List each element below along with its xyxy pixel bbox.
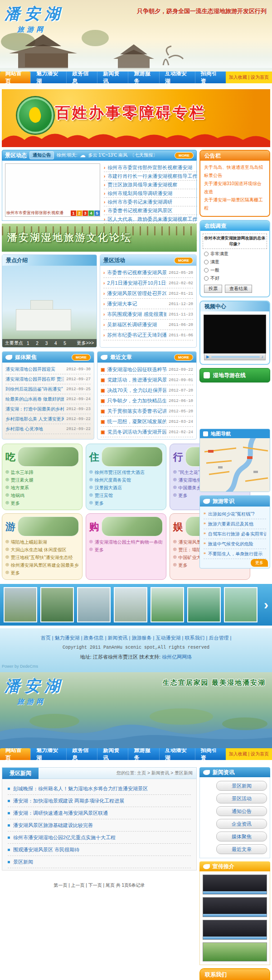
- promo-video-thumbnail[interactable]: [203, 920, 267, 940]
- radio-button[interactable]: [204, 252, 209, 256]
- article-link[interactable]: ▣潘安湖湿地公园征联选粹节选2012-09-22: [101, 364, 193, 375]
- card-link[interactable]: ◎大洞山水生态城 休闲度假区: [5, 546, 79, 554]
- media-link[interactable]: 绘最美的山水画卷 做最好的旅游2012-09-24: [5, 394, 91, 404]
- slider-page-button[interactable]: 1: [71, 210, 76, 216]
- nav-item[interactable]: 新闻资讯: [97, 748, 128, 760]
- media-link[interactable]: 潘安湖：打造中国最美的乡村湿地2012-09-23: [5, 404, 91, 414]
- promo-photo[interactable]: [203, 942, 267, 961]
- media-link[interactable]: 乡村湿地 心灵净地2012-09-22: [5, 424, 91, 434]
- play-icon[interactable]: ▶: [206, 354, 209, 359]
- activity-link[interactable]: ›2月1日潘安湖召开10月1日开园活2012-02-02: [103, 278, 193, 288]
- notice-link[interactable]: 关于鸟岛、快速通道至鸟岛招标景公告: [204, 163, 266, 180]
- scenic-intro-photo[interactable]: 主要景点 1 2 3 4 5 更多>>>: [2, 266, 97, 347]
- view-results-button[interactable]: 查看结果: [225, 285, 252, 293]
- card-link[interactable]: ◎贾汪宾馆: [89, 492, 163, 499]
- card-link[interactable]: ◎更多: [5, 499, 79, 507]
- card-link[interactable]: ◎汉景园大酒店: [89, 484, 163, 492]
- activity-link[interactable]: ›潘安湖大事记2011-12-20: [103, 299, 193, 309]
- map-image[interactable]: [200, 438, 270, 492]
- tip-link[interactable]: »旅途中气候变化的危险: [204, 539, 266, 549]
- photo-slider[interactable]: 徐州市市委宣传部张部长视察潘 12345: [5, 163, 100, 217]
- volume-icon[interactable]: ♪: [262, 354, 264, 359]
- media-link[interactable]: 潘安湖湿地公园开园迎宾2012-09-30: [5, 364, 91, 374]
- pagination[interactable]: 第一页 | 上一页 | 下一页 | 尾页 共 1页6条记录: [2, 882, 197, 889]
- card-link[interactable]: ◎徐州尺度商务宾馆: [89, 476, 163, 484]
- activity-link[interactable]: ›市民围观潘安湖 感觉很震撼2011-11-23: [103, 309, 193, 320]
- sidebar-menu-item[interactable]: 最近文章: [216, 844, 267, 854]
- nav-item[interactable]: 网站首页: [0, 748, 30, 760]
- activity-link[interactable]: ›苏州市纪委书记王天琦到潘安湖视2011-01-06: [103, 330, 193, 340]
- strip-next-arrow[interactable]: ›: [264, 598, 268, 612]
- radio-button[interactable]: [204, 276, 209, 281]
- favorite-sethome-links[interactable]: 加入收藏 | 设为首页: [226, 72, 272, 83]
- activity-link[interactable]: ›市委曹书记视察潘安湖风景区2012-05-20: [103, 268, 193, 278]
- strip-photo[interactable]: [77, 587, 111, 622]
- survey-option[interactable]: 不好: [200, 274, 269, 282]
- nav-item[interactable]: 互动潘安湖: [159, 748, 195, 760]
- strip-photo[interactable]: [187, 587, 221, 622]
- weather-forecast-link[interactable]: 〔七天预报〕: [130, 152, 157, 158]
- forum-banner[interactable]: 潘安湖湿地旅游文化论坛: [2, 224, 197, 252]
- sidebar-menu-item[interactable]: 媒体聚焦: [216, 832, 267, 841]
- survey-option[interactable]: 一般: [200, 266, 269, 274]
- card-link[interactable]: ◎地方菜系: [5, 484, 79, 492]
- news-link[interactable]: ›市建行肖行长一行来潘安湖视察指导工作: [104, 172, 197, 181]
- promo-video-thumbnail[interactable]: [203, 897, 267, 917]
- card-link[interactable]: ◎盐水三羊蹄: [5, 468, 79, 476]
- recent-more-button[interactable]: MORE: [174, 354, 193, 361]
- sidebar-menu-item[interactable]: 景区新闻: [216, 781, 267, 791]
- footer-support-link[interactable]: 徐州亿网网络: [162, 654, 192, 660]
- strip-photo[interactable]: [114, 587, 147, 622]
- tip-link[interactable]: »出游如何少花“冤枉钱”?: [204, 509, 266, 519]
- media-link[interactable]: 潘安湖湿地公园开园在即 贾汪2012-09-27: [5, 374, 91, 384]
- slider-page-button[interactable]: 4: [88, 210, 94, 216]
- notice-link[interactable]: 关于潘安湖310国道环境综合改造: [204, 180, 266, 196]
- activities-more-button[interactable]: MORE: [174, 257, 193, 264]
- nav-item[interactable]: 互动潘安湖: [159, 72, 195, 83]
- news-article-link[interactable]: 景区新闻: [8, 856, 191, 868]
- survey-option[interactable]: 非常满意: [200, 250, 269, 258]
- video-player[interactable]: [204, 315, 266, 354]
- card-link[interactable]: ◎更多: [89, 499, 163, 507]
- nav-item[interactable]: 网站首页: [0, 72, 30, 83]
- card-link[interactable]: ◎潘安湖湿地公园土特产购物一条街: [89, 538, 163, 546]
- dynamics-tab[interactable]: 通知公告: [29, 151, 54, 159]
- media-link[interactable]: 到徐州后花园品鉴“诗画潘安”2012-09-25: [5, 384, 91, 394]
- news-article-link[interactable]: 潘安湖：调研快速通道与潘安湖风景区联通: [8, 807, 191, 819]
- nav-item[interactable]: 旅游服务: [128, 72, 159, 83]
- news-article-link[interactable]: 潘安湖：加快湿地景观建设 两期多项绿化工程进展: [8, 795, 191, 807]
- sidebar-menu-item[interactable]: 景区活动: [216, 794, 267, 803]
- article-link[interactable]: ▣党员冬训活动为潘安湖开园运营再2012-02-24: [101, 427, 193, 437]
- strip-photo[interactable]: [151, 587, 184, 622]
- nav-item[interactable]: 新闻资讯: [97, 72, 128, 83]
- card-link[interactable]: ◎塌陷地上崛起新湖: [5, 538, 79, 546]
- strip-photo[interactable]: [4, 587, 37, 622]
- card-photo[interactable]: [102, 447, 163, 467]
- media-more-button[interactable]: MORE: [72, 354, 91, 361]
- radio-button[interactable]: [204, 260, 209, 264]
- article-link[interactable]: ▣统一思想，凝聚区域发展的合力2012-03-24: [101, 416, 193, 427]
- nav-item[interactable]: 招商引资: [195, 748, 226, 760]
- card-link[interactable]: ◎贾汪素火腿: [5, 476, 79, 484]
- nav-item[interactable]: 旅游服务: [128, 748, 159, 760]
- breadcrumb[interactable]: 您的位置: 主页 > 新闻资讯 > 景区新闻: [117, 770, 196, 776]
- card-link[interactable]: ◎徐州潘安湖风景区将建全国最美乡: [5, 561, 79, 569]
- tip-link[interactable]: »旅游六要素四忌及其他: [204, 519, 266, 529]
- strip-photo[interactable]: [224, 587, 257, 622]
- promo-video-thumbnail[interactable]: [203, 875, 267, 894]
- nav-item[interactable]: 政务信息: [66, 72, 97, 83]
- card-link[interactable]: ◎徐州市贾汪区传世大酒店: [89, 468, 163, 476]
- activity-link[interactable]: ›潘安湖风景区管理处召开2011年度2012-01-21: [103, 288, 193, 299]
- news-link[interactable]: ›徐州市市委书记来潘安湖调研: [104, 198, 197, 206]
- slider-page-button[interactable]: 2: [77, 210, 82, 216]
- footer-links[interactable]: 首页 | 魅力潘安湖 | 政务信息 | 新闻资讯 | 旅游服务 | 互动潘安湖 …: [0, 635, 272, 641]
- card-link[interactable]: ◎贾汪地税“五帮扶”潘安湖生态经: [5, 554, 79, 561]
- tips-more-button[interactable]: 更多: [251, 559, 268, 567]
- article-link[interactable]: ▣决战70天，全力以赴保开园2012-07-20: [101, 385, 193, 396]
- nav-item[interactable]: 招商引资: [195, 72, 226, 83]
- card-photo[interactable]: [18, 516, 79, 536]
- strip-photo[interactable]: [40, 587, 74, 622]
- vote-button[interactable]: 投票: [204, 285, 222, 293]
- site-logo[interactable]: 潘安湖 旅游网: [5, 676, 64, 706]
- news-article-link[interactable]: 潘安湖风景区旅游基础建设比较完善: [8, 819, 191, 832]
